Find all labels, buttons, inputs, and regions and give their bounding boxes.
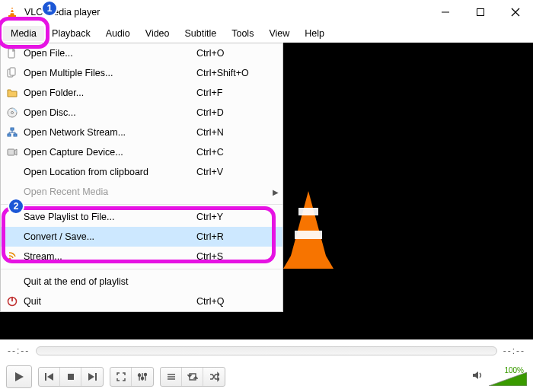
quit-icon <box>1 295 24 308</box>
menu-item-shortcut: Ctrl+V <box>196 167 269 177</box>
menu-item[interactable]: Open Location from clipboardCtrl+V <box>1 162 282 182</box>
menu-item-label: Quit <box>24 296 196 307</box>
minimize-button[interactable] <box>428 0 463 24</box>
menu-item[interactable]: Open Multiple Files...Ctrl+Shift+O <box>1 63 282 83</box>
menu-item[interactable]: Quit at the end of playlist <box>1 272 282 292</box>
menu-item-shortcut: Ctrl+O <box>196 48 269 59</box>
next-button[interactable] <box>81 368 103 386</box>
svg-rect-1 <box>8 15 16 18</box>
vlc-cone-logo <box>282 191 335 275</box>
menu-item[interactable]: Open Disc...Ctrl+D <box>1 103 282 123</box>
stream-icon <box>1 250 24 263</box>
svg-rect-17 <box>11 128 14 130</box>
svg-rect-10 <box>295 231 322 239</box>
menu-item-shortcut: Ctrl+Shift+O <box>196 68 269 78</box>
previous-button[interactable] <box>39 368 60 386</box>
svg-rect-30 <box>95 373 97 381</box>
svg-rect-18 <box>8 134 11 136</box>
menu-item-label: Open Disc... <box>24 107 196 118</box>
menu-media[interactable]: Media <box>3 26 44 41</box>
window-title: VLC media player <box>24 7 428 18</box>
svg-rect-2 <box>11 9 13 10</box>
time-elapsed: --:-- <box>8 346 30 356</box>
svg-rect-9 <box>298 208 318 215</box>
menu-item-label: Open Location from clipboard <box>24 167 196 177</box>
view-group <box>110 367 154 387</box>
menu-view[interactable]: View <box>261 26 297 41</box>
menu-item[interactable]: Save Playlist to File...Ctrl+Y <box>1 207 282 227</box>
menu-audio[interactable]: Audio <box>98 26 138 41</box>
menu-item-label: Quit at the end of playlist <box>24 276 196 287</box>
menu-item-shortcut: Ctrl+F <box>196 88 269 98</box>
time-total: --:-- <box>503 346 525 356</box>
seek-row: --:-- --:-- <box>0 343 533 359</box>
close-button[interactable] <box>498 0 533 24</box>
menu-item[interactable]: Stream...Ctrl+S <box>1 247 282 266</box>
menu-playback[interactable]: Playback <box>44 26 98 41</box>
menu-subtitle[interactable]: Subtitle <box>177 26 225 41</box>
svg-point-34 <box>139 374 141 377</box>
fullscreen-button[interactable] <box>110 368 132 386</box>
menu-item-label: Save Playlist to File... <box>24 212 196 222</box>
speaker-icon[interactable] <box>472 370 484 384</box>
svg-rect-14 <box>10 68 15 75</box>
svg-marker-11 <box>283 256 334 269</box>
svg-point-35 <box>142 378 144 380</box>
menu-tools[interactable]: Tools <box>224 26 261 41</box>
media-dropdown-menu: Open File...Ctrl+OOpen Multiple Files...… <box>0 43 283 312</box>
controls-bar: 100% <box>0 362 533 391</box>
loop-button[interactable] <box>182 368 203 386</box>
playlist-group <box>160 367 225 387</box>
svg-rect-19 <box>14 134 17 136</box>
menu-item-label: Open Capture Device... <box>24 147 196 158</box>
svg-rect-3 <box>11 12 14 13</box>
capture-icon <box>1 146 24 158</box>
menu-item-label: Open Recent Media <box>24 186 196 197</box>
menu-item-shortcut: Ctrl+Q <box>196 296 269 307</box>
network-icon <box>1 126 24 139</box>
svg-point-36 <box>145 374 147 376</box>
folder-icon <box>1 87 24 99</box>
menu-item[interactable]: Convert / Save...Ctrl+R <box>1 227 282 247</box>
menu-help[interactable]: Help <box>297 26 332 41</box>
svg-marker-41 <box>194 377 197 378</box>
submenu-arrow-icon: ▶ <box>269 188 282 196</box>
seek-bar[interactable] <box>36 346 496 355</box>
svg-rect-26 <box>45 373 46 381</box>
menu-item-label: Open Multiple Files... <box>24 68 196 78</box>
menu-item-label: Convert / Save... <box>24 231 196 242</box>
menu-item[interactable]: Open File...Ctrl+O <box>1 43 282 63</box>
vlc-cone-icon <box>6 6 18 18</box>
svg-marker-43 <box>218 378 219 381</box>
files-icon <box>1 67 24 79</box>
volume-slider[interactable] <box>489 372 527 386</box>
menu-separator <box>1 269 282 269</box>
menu-item-label: Open File... <box>24 48 196 59</box>
svg-marker-44 <box>473 371 478 379</box>
menu-item[interactable]: QuitCtrl+Q <box>1 292 282 311</box>
playlist-button[interactable] <box>161 368 182 386</box>
maximize-button[interactable] <box>463 0 498 24</box>
svg-marker-42 <box>218 373 219 376</box>
menu-item-shortcut: Ctrl+S <box>196 251 269 262</box>
menubar: Media Playback Audio Video Subtitle Tool… <box>0 24 533 43</box>
shuffle-button[interactable] <box>203 368 225 386</box>
menu-item[interactable]: Open Folder...Ctrl+F <box>1 83 282 103</box>
menu-item-label: Open Network Stream... <box>24 127 196 138</box>
menu-item[interactable]: Open Network Stream...Ctrl+N <box>1 123 282 142</box>
stop-button[interactable] <box>60 368 81 386</box>
menu-item[interactable]: Open Capture Device...Ctrl+C <box>1 142 282 162</box>
svg-rect-20 <box>8 149 14 155</box>
svg-marker-0 <box>10 7 14 15</box>
extended-settings-button[interactable] <box>132 368 153 386</box>
volume-control: 100% <box>472 368 527 386</box>
menu-video[interactable]: Video <box>138 26 177 41</box>
play-button[interactable] <box>6 365 32 388</box>
titlebar: VLC media player <box>0 0 533 24</box>
menu-item-shortcut: Ctrl+R <box>196 231 269 242</box>
window-controls <box>428 0 533 24</box>
svg-marker-27 <box>47 373 53 381</box>
svg-marker-25 <box>15 372 24 381</box>
menu-separator <box>1 204 282 205</box>
svg-point-22 <box>9 258 11 260</box>
